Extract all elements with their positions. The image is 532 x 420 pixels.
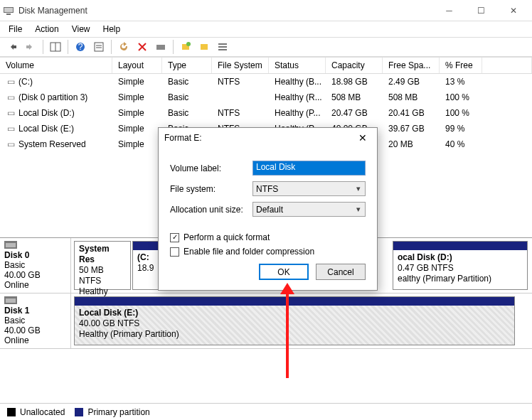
volume-row[interactable]: ▭Local Disk (D:)SimpleBasicNTFSHealthy (…: [0, 105, 532, 121]
legend-primary: Primary partition: [87, 407, 149, 417]
col-free[interactable]: Free Spa...: [383, 58, 440, 73]
close-icon[interactable]: ✕: [354, 129, 371, 146]
back-icon[interactable]: [4, 39, 20, 55]
col-status[interactable]: Status: [269, 58, 326, 73]
svg-rect-2: [6, 14, 11, 15]
app-icon: [3, 5, 14, 16]
volume-row[interactable]: ▭(Disk 0 partition 3)SimpleBasicHealthy …: [0, 90, 532, 105]
toolbar: ?: [0, 37, 532, 57]
svg-rect-1: [4, 8, 13, 12]
disk-icon: [4, 296, 17, 304]
format-dialog: Format E: ✕ Volume label: Local Disk Fil…: [158, 127, 378, 291]
volume-icon[interactable]: [196, 39, 212, 55]
volume-grid-header: Volume Layout Type File System Status Ca…: [0, 57, 532, 74]
col-capacity[interactable]: Capacity: [326, 58, 383, 73]
toolbar-separator: [111, 40, 112, 54]
menu-view[interactable]: View: [66, 23, 96, 36]
swatch-primary: [75, 408, 83, 416]
compression-label: Enable file and folder compression: [183, 247, 314, 257]
maximize-button[interactable]: ☐: [465, 0, 497, 21]
svg-rect-15: [218, 46, 227, 48]
close-window-button[interactable]: ✕: [497, 0, 529, 21]
window-title: Disk Management: [18, 6, 433, 16]
quick-format-label: Perform a quick format: [183, 232, 270, 242]
label-volume: Volume label:: [170, 163, 252, 173]
svg-point-12: [186, 42, 191, 46]
col-type[interactable]: Type: [162, 58, 212, 73]
volume-row[interactable]: ▭(C:)SimpleBasicNTFSHealthy (B...18.98 G…: [0, 74, 532, 90]
cancel-button[interactable]: Cancel: [316, 264, 366, 280]
dialog-title: Format E:: [164, 133, 354, 143]
menu-action[interactable]: Action: [29, 23, 64, 36]
legend: Unallocated Primary partition: [0, 403, 532, 420]
disk-label[interactable]: Disk 0Basic40.00 GBOnline: [0, 238, 71, 293]
help-icon[interactable]: ?: [73, 39, 88, 55]
svg-text:?: ?: [78, 42, 83, 52]
legend-unallocated: Unallocated: [20, 407, 65, 417]
col-layout[interactable]: Layout: [112, 58, 162, 73]
toolbar-separator: [43, 40, 43, 54]
disk-row: Disk 1Basic40.00 GBOnlineLocal Disk (E:)…: [0, 294, 532, 349]
col-spacer: [482, 58, 532, 73]
properties-icon[interactable]: [91, 39, 107, 55]
allocation-select[interactable]: Default: [252, 202, 366, 217]
toolbar-separator: [173, 40, 174, 54]
menu-bar: File Action View Help: [0, 21, 532, 37]
new-volume-icon[interactable]: [178, 39, 193, 55]
minimize-button[interactable]: ─: [433, 0, 465, 21]
label-filesystem: File system:: [170, 184, 252, 194]
menu-help[interactable]: Help: [97, 23, 127, 36]
col-pctfree[interactable]: % Free: [440, 58, 482, 73]
window-titlebar: Disk Management ─ ☐ ✕: [0, 0, 532, 21]
label-allocation: Allocation unit size:: [170, 205, 252, 215]
quick-format-checkbox[interactable]: ✓: [170, 233, 179, 242]
partition[interactable]: System Res50 MB NTFSHealthy (Sys: [74, 241, 131, 290]
col-filesystem[interactable]: File System: [212, 58, 269, 73]
refresh-icon[interactable]: [116, 39, 132, 55]
svg-rect-14: [218, 43, 227, 45]
compression-checkbox[interactable]: [170, 247, 179, 257]
partition[interactable]: (C:18.9: [132, 241, 161, 290]
svg-rect-7: [95, 43, 103, 51]
volume-label-input[interactable]: Local Disk: [252, 161, 366, 176]
toolbar-separator: [68, 40, 68, 54]
forward-icon[interactable]: [23, 39, 38, 55]
ok-button[interactable]: OK: [259, 264, 309, 280]
svg-rect-10: [156, 45, 165, 50]
panes-icon[interactable]: [48, 39, 63, 55]
delete-icon[interactable]: [134, 39, 150, 55]
partition[interactable]: ocal Disk (D:)0.47 GB NTFSealthy (Primar…: [393, 241, 528, 290]
action-icon[interactable]: [153, 39, 169, 55]
menu-file[interactable]: File: [3, 23, 28, 36]
col-volume[interactable]: Volume: [0, 58, 112, 73]
svg-rect-16: [218, 49, 227, 50]
swatch-unallocated: [7, 408, 16, 416]
list-icon[interactable]: [215, 39, 230, 55]
partition[interactable]: Local Disk (E:)40.00 GB NTFSHealthy (Pri…: [74, 296, 515, 345]
filesystem-select[interactable]: NTFS: [252, 181, 366, 196]
disk-label[interactable]: Disk 1Basic40.00 GBOnline: [0, 294, 71, 348]
svg-rect-13: [201, 44, 208, 50]
disk-icon: [4, 241, 17, 249]
